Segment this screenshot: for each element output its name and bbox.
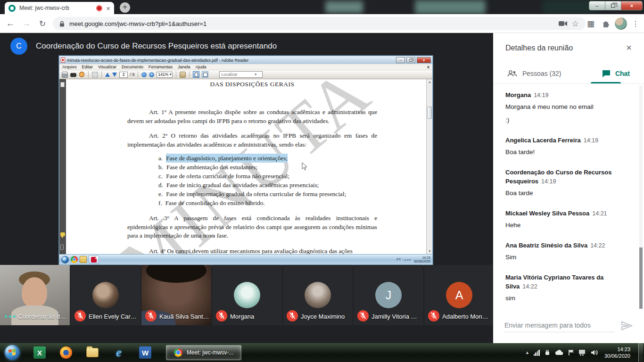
shared-language-label: PT [396, 258, 401, 261]
print-icon [62, 72, 68, 78]
chat-input-row [493, 313, 644, 343]
scroll-up-icon[interactable]: ▲ [427, 79, 432, 85]
pdf-scrollbar[interactable]: ▲ ▼ [426, 79, 432, 254]
browser-tab[interactable]: Meet: jwc-mwsv-crb × [5, 2, 114, 14]
signal-bars-icon[interactable] [534, 350, 540, 356]
browser-menu-icon[interactable]: ⋮ [630, 14, 641, 33]
show-desktop-button[interactable] [638, 343, 643, 362]
back-button[interactable]: ← [4, 14, 17, 33]
url-text[interactable]: meet.google.com/jwc-mwsv-crb?pli=1&authu… [69, 20, 554, 27]
excel-taskbar-icon[interactable]: X [33, 346, 46, 359]
pdf-article-2: Art. 2º O retorno das atividades acadêmi… [127, 132, 377, 149]
pdf-article-3: Art. 3º A passagem de fases está condici… [127, 214, 377, 240]
chat-scrollbar-thumb[interactable] [639, 247, 643, 309]
internet-explorer-taskbar-icon[interactable]: e [113, 346, 125, 359]
active-task-button[interactable]: Meet: jwc-mwsv-... [166, 345, 241, 360]
chat-tabs: Pessoas (32) Chat [493, 65, 644, 82]
speaking-indicator-icon [5, 315, 16, 318]
participant-tile[interactable]: Kauã Silva Sant… [141, 265, 211, 325]
new-tab-button[interactable]: + [120, 2, 130, 13]
mic-muted-icon [357, 310, 369, 321]
message-text: Hehe [505, 221, 632, 230]
grid-extension-icon[interactable]: ▦ [585, 14, 597, 33]
participant-initial-avatar: A [446, 282, 472, 308]
meet-favicon-icon [8, 5, 16, 12]
firefox-taskbar-icon[interactable] [60, 346, 72, 359]
folder-icon [86, 348, 99, 357]
chat-close-icon[interactable]: × [626, 42, 632, 53]
explorer-taskbar-icon[interactable] [86, 346, 99, 359]
extensions-puzzle-icon[interactable] [600, 14, 612, 33]
participant-name: Jamilly Vitoria … [372, 313, 417, 320]
toolbar-separator [189, 71, 190, 78]
start-button[interactable] [5, 345, 20, 360]
window-restore-button[interactable] [605, 1, 621, 10]
presenter-avatar: C [10, 38, 27, 55]
participant-tile[interactable]: A Adalberto Mon… [424, 265, 493, 325]
participant-video [22, 277, 47, 308]
adobe-minimize-button: – [396, 57, 405, 63]
pages-panel-icon [60, 82, 65, 87]
item-text: Fase de oferta curricular de forma não p… [166, 172, 289, 181]
participant-tile[interactable]: Ellen Evely Car… [71, 265, 140, 325]
send-icon[interactable] [621, 321, 633, 331]
shared-tray-icons: ▫ ▴ ◂ ● [403, 258, 411, 261]
shared-start-orb-icon [61, 256, 69, 263]
list-item-e: e.Fase de implementação gradual da ofert… [158, 189, 377, 198]
participant-name: Kauã Silva Sant… [159, 313, 209, 320]
participant-filmstrip: Coordenação d… Ellen Evely Car… Kauã Si [0, 265, 493, 325]
message-sender: Mickael Wesley Silva Pessoa [505, 210, 589, 217]
scrollbar-thumb[interactable] [427, 107, 432, 119]
item-letter: b. [158, 163, 163, 172]
scroll-down-icon[interactable]: ▼ [427, 248, 432, 254]
forward-button: → [20, 14, 33, 33]
shared-screen: minuta-resolucao-acoes-de-fases-de-imple… [59, 56, 433, 265]
participant-tile[interactable]: Coordenação d… [0, 265, 70, 325]
attachments-panel-icon [60, 244, 64, 250]
meet-main: C Coordenação do Curso de Recursos Pesqu… [0, 33, 644, 343]
taskbar-clock[interactable]: 14:23 30/06/2020 [604, 346, 630, 359]
pdf-text: DAS DISPOSIÇÕES GERAIS Art. 1º A present… [127, 79, 377, 254]
recording-indicator-icon [96, 5, 102, 11]
camera-access-icon[interactable] [559, 21, 567, 26]
windows-taskbar: X e W Meet: jwc-mwsv-... ▲ 14:23 30/06/2… [0, 343, 644, 362]
speaker-icon[interactable] [591, 349, 598, 356]
chat-message-input[interactable] [504, 321, 614, 332]
tab-people[interactable]: Pessoas (32) [507, 70, 561, 77]
avatar-image [615, 17, 627, 30]
zoom-level-value: 141% [158, 72, 168, 77]
adobe-maximize-button [406, 57, 415, 63]
window-close-button[interactable]: × [621, 1, 643, 10]
taskbar-time: 14:23 [617, 346, 630, 352]
network-monitor-icon[interactable] [578, 349, 586, 356]
shared-adobe-task-button [89, 255, 99, 264]
mic-muted-icon [287, 310, 298, 321]
participant-tile[interactable]: Joyce Maximino [283, 265, 353, 325]
shared-date: 30/06/2020 [414, 260, 430, 263]
tab-close-icon[interactable]: × [106, 5, 110, 12]
participant-name: Ellen Evely Car… [89, 313, 137, 320]
search-binoculars-icon [70, 72, 76, 78]
window-minimize-button[interactable]: – [589, 1, 605, 10]
bookmark-star-icon[interactable]: ☆ [572, 19, 579, 29]
refresh-button[interactable]: ↻ [36, 14, 49, 33]
participant-tile[interactable]: Morgana [212, 265, 282, 325]
page-number-field [119, 72, 128, 78]
action-center-flag-icon[interactable] [568, 349, 574, 356]
chat-message: Morgana14:19 Morgana é meu nome no email… [505, 90, 632, 124]
address-bar[interactable]: meet.google.com/jwc-mwsv-crb?pli=1&authu… [53, 17, 586, 30]
taskbar-date: 30/06/2020 [604, 353, 630, 359]
message-time: 14:22 [590, 242, 605, 249]
profile-avatar[interactable] [614, 14, 628, 33]
word-taskbar-icon[interactable]: W [139, 346, 151, 359]
hidden-icons-arrow-icon[interactable]: ▲ [525, 350, 529, 355]
tab-chat[interactable]: Chat [602, 70, 630, 77]
comments-panel-icon [60, 232, 65, 236]
item-letter: f. [158, 198, 162, 207]
item-letter: c. [158, 172, 163, 181]
toolbar-separator [88, 71, 89, 78]
participant-video [146, 265, 206, 283]
cloud-icon[interactable] [555, 350, 564, 355]
participant-tile[interactable]: J Jamilly Vitoria … [354, 265, 423, 325]
power-plug-icon[interactable] [544, 349, 551, 356]
